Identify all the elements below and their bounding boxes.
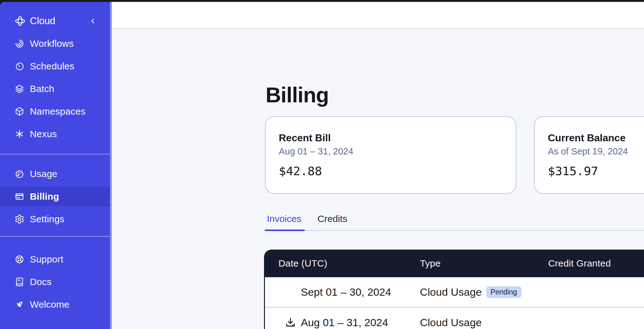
current-balance-card: Current Balance As of Sept 19, 2024 $315… [534,116,644,194]
sidebar-item-settings[interactable]: Settings [0,208,110,230]
sidebar-item-label: Settings [30,214,64,224]
card-amount: $315.97 [548,164,644,178]
column-header-credit-granted: Credit Granted [548,258,611,269]
rocket-icon [14,299,25,310]
billing-page: { "window": { "chrome_color": "#191919" … [0,0,644,329]
status-badge: Pending [486,286,521,298]
book-icon [14,277,25,287]
settings-gear-icon [14,214,25,224]
download-icon[interactable] [284,317,296,329]
tab-credits[interactable]: Credits [317,213,347,225]
chevron-left-icon[interactable] [89,17,97,25]
sidebar-item-label: Schedules [30,61,74,72]
invoice-date: Sept 01 – 30, 2024 [301,286,391,298]
invoice-date: Aug 01 – 31, 2024 [301,316,388,329]
sidebar-item-schedules[interactable]: Schedules [0,55,110,78]
sidebar-item-billing[interactable]: Billing [0,185,110,208]
batch-icon [14,84,25,94]
nexus-icon [14,129,25,139]
card-subtitle: Aug 01 – 31, 2024 [279,146,503,157]
tabs-baseline [265,230,644,231]
recent-bill-card: Recent Bill Aug 01 – 31, 2024 $42.88 [265,116,516,194]
column-header-type: Type [420,258,548,269]
active-tab-underline [265,229,305,231]
sidebar-item-label: Nexus [30,129,57,139]
table-row[interactable]: Aug 01 – 31, 2024 Cloud Usage [265,308,644,329]
date-cell: Aug 01 – 31, 2024 [278,316,420,329]
top-header-bar [112,2,644,29]
icon-spacer [284,286,296,298]
sidebar-divider [0,154,110,154]
brand-label: Cloud [30,15,55,27]
sidebar-item-namespaces[interactable]: Namespaces [0,100,110,123]
page-title: Billing [266,83,329,107]
card-title: Recent Bill [279,132,503,144]
namespaces-icon [14,106,25,116]
sidebar-item-batch[interactable]: Batch [0,78,110,100]
sidebar: Cloud Workflows [0,2,112,329]
sidebar-item-docs[interactable]: Docs [0,271,110,293]
card-amount: $42.88 [279,164,503,178]
billing-icon [14,191,25,202]
type-cell: Cloud Usage [420,316,548,329]
temporal-logo [14,15,26,27]
sidebar-item-label: Namespaces [30,106,85,117]
sidebar-item-label: Batch [30,84,54,94]
usage-icon [14,169,25,179]
sidebar-item-label: Support [30,254,63,265]
invoice-type: Cloud Usage [420,316,482,329]
life-buoy-icon [14,254,25,264]
invoice-type: Cloud Usage [420,286,482,298]
table-row[interactable]: Sept 01 – 30, 2024 Cloud Usage Pending [265,277,644,307]
sidebar-item-nexus[interactable]: Nexus [0,123,110,145]
sidebar-item-support[interactable]: Support [0,248,110,271]
sidebar-item-welcome[interactable]: Welcome [0,293,110,316]
table-body: Sept 01 – 30, 2024 Cloud Usage Pending [264,277,644,329]
sidebar-divider [0,236,110,237]
sidebar-item-label: Usage [30,169,58,179]
schedules-icon [14,61,25,71]
brand-row: Cloud [0,10,110,32]
invoices-table: Date (UTC) Type Credit Granted Sept 01 –… [264,250,644,329]
app-window: Cloud Workflows [0,2,644,329]
sidebar-item-label: Billing [30,191,59,202]
sidebar-item-workflows[interactable]: Workflows [0,32,110,55]
column-header-date: Date (UTC) [278,258,420,269]
main-content: Billing Recent Bill Aug 01 – 31, 2024 $4… [112,29,644,329]
card-subtitle: As of Sept 19, 2024 [548,146,644,157]
card-title: Current Balance [548,132,644,144]
sidebar-item-label: Welcome [30,299,69,310]
sidebar-item-label: Docs [30,277,52,287]
date-cell: Sept 01 – 30, 2024 [278,286,420,298]
type-cell: Cloud Usage Pending [420,286,548,298]
sidebar-item-label: Workflows [30,38,74,49]
workflows-icon [14,39,25,49]
sidebar-item-usage[interactable]: Usage [0,163,110,185]
tab-invoices[interactable]: Invoices [267,213,301,225]
table-header-row: Date (UTC) Type Credit Granted [264,250,644,277]
